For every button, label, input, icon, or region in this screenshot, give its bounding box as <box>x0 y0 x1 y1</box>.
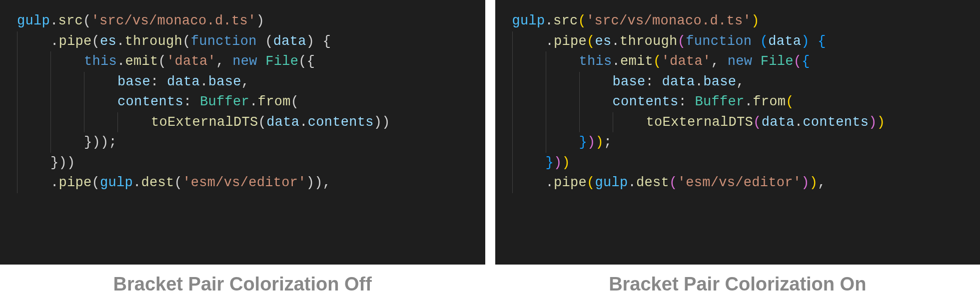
bracket-open-brace: { <box>307 54 315 69</box>
indent-guide <box>50 72 51 92</box>
caption-left: Bracket Pair Colorization Off <box>0 265 485 295</box>
bracket-open-paren: ( <box>587 34 595 49</box>
bracket-open-paren: ( <box>678 34 686 49</box>
token-func: pipe <box>59 175 92 190</box>
bracket-close-paren: ) <box>587 135 596 150</box>
token-keyword: new <box>232 54 257 69</box>
token-colon: : <box>183 94 192 109</box>
token-func: from <box>258 94 291 109</box>
token-prop: contents <box>308 115 374 130</box>
bracket-open-paren: ( <box>265 34 273 49</box>
bracket-close-paren: ) <box>869 115 877 130</box>
bracket-open-paren: ( <box>92 175 100 190</box>
bracket-close-paren: ) <box>596 135 604 150</box>
bracket-close-brace: } <box>50 155 59 170</box>
code-line: .pipe(es.through(function (data) { <box>512 31 980 52</box>
bracket-close-paren: ) <box>562 155 571 170</box>
indent-guide <box>546 72 546 92</box>
code-line: this.emit('data', new File({ <box>512 51 980 72</box>
token-prop: base <box>613 74 646 89</box>
bracket-open-paren: ( <box>83 13 91 28</box>
indent-guide <box>50 92 51 112</box>
bracket-close-paren: ) <box>382 115 390 130</box>
token-comma: , <box>241 74 250 89</box>
bracket-open-paren: ( <box>653 54 662 69</box>
indent-guide <box>84 92 84 112</box>
indent-guide <box>546 51 546 72</box>
token-dot: . <box>745 94 753 109</box>
token-type: File <box>761 54 794 69</box>
indent-guide <box>84 72 84 92</box>
token-object: gulp <box>512 13 545 28</box>
indent-guide <box>512 112 513 133</box>
indent-guide <box>117 112 118 133</box>
token-comma: , <box>323 175 331 190</box>
caption-right: Bracket Pair Colorization On <box>495 265 980 295</box>
token-dot: . <box>117 54 125 69</box>
token-string: 'esm/vs/editor' <box>678 175 802 190</box>
code-line: })); <box>17 132 485 153</box>
bracket-open-brace: { <box>818 34 826 49</box>
token-comma: , <box>711 54 720 69</box>
bracket-open-paren: ( <box>587 175 595 190</box>
token-dot: . <box>50 175 59 190</box>
bracket-open-paren: ( <box>291 94 299 109</box>
token-object: gulp <box>595 175 628 190</box>
token-param: data <box>273 34 306 49</box>
indent-guide <box>512 153 513 173</box>
token-func: pipe <box>554 175 587 190</box>
token-dot: . <box>50 34 59 49</box>
code-line: toExternalDTS(data.contents)) <box>17 112 485 133</box>
token-colon: : <box>150 74 159 89</box>
token-object: es <box>595 34 612 49</box>
token-keyword: function <box>191 34 257 49</box>
indent-guide <box>50 132 51 153</box>
bracket-open-paren: ( <box>298 54 307 69</box>
bracket-close-paren: ) <box>810 175 818 190</box>
indent-guide <box>546 112 546 133</box>
bracket-close-brace: } <box>579 135 588 150</box>
indent-guide <box>512 173 513 193</box>
bracket-open-brace: { <box>802 54 810 69</box>
token-type: File <box>265 54 298 69</box>
bracket-open-paren: ( <box>794 54 802 69</box>
token-dot: . <box>116 34 125 49</box>
indent-guide <box>546 92 546 112</box>
token-func: pipe <box>59 34 92 49</box>
bracket-open-paren: ( <box>669 175 678 190</box>
bracket-close-paren: ) <box>67 155 75 170</box>
bracket-close-paren: ) <box>306 34 315 49</box>
bracket-open-paren: ( <box>578 13 587 28</box>
token-semi: ; <box>109 135 117 150</box>
code-line: .pipe(gulp.dest('esm/vs/editor')), <box>512 173 980 193</box>
bracket-close-brace: } <box>84 135 92 150</box>
code-line: base: data.base, <box>17 72 485 92</box>
indent-guide <box>50 51 51 72</box>
token-type: Buffer <box>695 94 745 109</box>
token-string: 'esm/vs/editor' <box>182 175 306 190</box>
token-prop: contents <box>117 94 183 109</box>
token-dot: . <box>612 54 621 69</box>
token-func: from <box>753 94 786 109</box>
code-line: })) <box>512 153 980 173</box>
token-dot: . <box>545 13 554 28</box>
token-func: src <box>553 13 578 28</box>
code-line: gulp.src('src/vs/monaco.d.ts') <box>512 11 980 31</box>
code-line: .pipe(es.through(function (data) { <box>17 31 485 52</box>
indent-guide <box>512 132 513 153</box>
bracket-open-paren: ( <box>753 115 762 130</box>
token-string: 'data' <box>166 54 216 69</box>
bracket-close-brace: } <box>546 155 554 170</box>
panel-left: gulp.src('src/vs/monaco.d.ts') .pipe(es.… <box>0 0 485 295</box>
code-line: base: data.base, <box>512 72 980 92</box>
token-dot: . <box>50 13 58 28</box>
token-prop: contents <box>803 115 869 130</box>
indent-guide <box>17 112 17 133</box>
indent-guide <box>579 112 580 133</box>
token-object: gulp <box>100 175 133 190</box>
token-string: 'data' <box>662 54 711 69</box>
bracket-close-paren: ) <box>256 13 265 28</box>
indent-guide <box>17 173 17 193</box>
bracket-close-paren: ) <box>877 115 886 130</box>
token-func: emit <box>125 54 158 69</box>
